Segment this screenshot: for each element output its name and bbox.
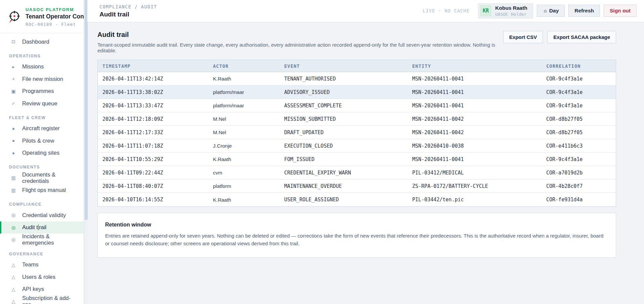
sidebar-item-operating-sites[interactable]: ● Operating sites bbox=[0, 147, 84, 159]
nav-section-compliance: COMPLIANCE bbox=[0, 201, 84, 208]
sidebar-item-label: Audit trail bbox=[22, 224, 46, 231]
col-header-timestamp: TIMESTAMP bbox=[98, 63, 208, 69]
table-row[interactable]: 2026-04-11T12:18:09Z M.Nel MISSION_SUBMI… bbox=[98, 112, 616, 126]
sidebar-item-credential-validity[interactable]: ◎ Credential validity bbox=[0, 209, 84, 221]
sidebar-item-label: Credential validity bbox=[22, 212, 66, 218]
sidebar-item-users-roles[interactable]: △ Users & roles bbox=[0, 271, 84, 283]
sidebar-item-label: Aircraft register bbox=[22, 125, 60, 132]
cell-timestamp: 2026-04-11T13:42:14Z bbox=[98, 76, 208, 82]
users-icon: △ bbox=[10, 274, 16, 280]
avatar: KR bbox=[480, 5, 491, 16]
sidebar-item-dashboard[interactable]: ⊡ Dashboard bbox=[0, 36, 84, 48]
cell-event: MISSION_SUBMITTED bbox=[280, 116, 407, 122]
check-icon: ✓ bbox=[10, 101, 16, 106]
sidebar-item-label: Incidents & emergencies bbox=[22, 233, 78, 246]
section-description: Tenant-scoped immutable audit trail. Eve… bbox=[97, 42, 503, 53]
table-row-highlighted[interactable]: 2026-04-11T13:38:02Z platform/maar ADVIS… bbox=[98, 86, 616, 99]
sidebar-item-programmes[interactable]: ▣ Programmes bbox=[0, 85, 84, 98]
brand-header: UASOC PLATFORM Tenant Operator Console R… bbox=[0, 0, 84, 33]
user-meta: Kobus Raath UASOC Holder bbox=[495, 5, 527, 16]
sidebar-item-label: Programmes bbox=[22, 88, 54, 94]
sidebar-item-flight-ops-manual[interactable]: ▥ Flight ops manual bbox=[0, 184, 84, 197]
api-keys-icon: △ bbox=[10, 287, 16, 292]
cell-event: TENANT_AUTHORISED bbox=[280, 76, 407, 82]
section-header-text: Audit trail Tenant-scoped immutable audi… bbox=[97, 31, 503, 53]
cell-correlation: COR-fe931d4a bbox=[542, 197, 616, 203]
sidebar-item-label: Dashboard bbox=[22, 39, 49, 45]
cell-event: EXECUTION_CLOSED bbox=[280, 143, 407, 149]
table-row[interactable]: 2026-04-11T13:42:14Z K.Raath TENANT_AUTH… bbox=[98, 72, 616, 86]
sidebar-scrollbar-track bbox=[84, 0, 87, 304]
sidebar-item-label: Review queue bbox=[22, 100, 57, 107]
sidebar-item-documents-credentials[interactable]: ▥ Documents & credentials bbox=[0, 172, 84, 184]
section-title: Audit trail bbox=[97, 31, 503, 39]
sidebar-item-file-new-mission[interactable]: + File new mission bbox=[0, 73, 84, 85]
table-row[interactable]: 2026-04-11T13:33:47Z platform/maar ASSES… bbox=[98, 99, 616, 112]
sidebar-item-teams[interactable]: △ Teams bbox=[0, 259, 84, 271]
table-header-row: TIMESTAMP ACTOR EVENT ENTITY CORRELATION bbox=[98, 60, 616, 72]
programmes-icon: ▣ bbox=[10, 89, 16, 94]
sidebar-item-api-keys[interactable]: △ API keys bbox=[0, 283, 84, 296]
table-row[interactable]: 2026-04-10T16:14:55Z K.Raath USER_ROLE_A… bbox=[98, 193, 616, 206]
sidebar-item-label: Flight ops manual bbox=[22, 187, 66, 193]
retention-body: Entries are retained append-only for sev… bbox=[105, 232, 608, 247]
cell-event: USER_ROLE_ASSIGNED bbox=[280, 197, 407, 203]
sidebar-item-pilots-crew[interactable]: ● Pilots & crew bbox=[0, 135, 84, 147]
table-row[interactable]: 2026-04-11T08:40:07Z platform MAINTENANC… bbox=[98, 180, 616, 193]
sun-icon: ☼ bbox=[543, 8, 548, 13]
table-row[interactable]: 2026-04-11T11:07:18Z J.Cronje EXECUTION_… bbox=[98, 139, 616, 153]
table-row[interactable]: 2026-04-11T12:17:33Z M.Nel DRAFT_UPDATED… bbox=[98, 126, 616, 139]
sidebar-item-missions[interactable]: ▸ Missions bbox=[0, 61, 84, 73]
sidebar-item-label: Users & roles bbox=[22, 274, 55, 280]
col-header-entity: ENTITY bbox=[407, 63, 542, 69]
sidebar-item-aircraft-register[interactable]: ● Aircraft register bbox=[0, 122, 84, 135]
nav-section-operations: OPERATIONS bbox=[0, 53, 84, 59]
sidebar-item-subscription-addons[interactable]: △ Subscription & add-ons bbox=[0, 295, 84, 304]
cell-event: FOM_ISSUED bbox=[280, 156, 407, 162]
sidebar-item-audit-trail[interactable]: ◎ Audit trail bbox=[0, 221, 84, 234]
cell-actor: platform/maar bbox=[208, 89, 280, 95]
cell-correlation: COR-9c4f3a1e bbox=[542, 103, 616, 109]
cell-actor: platform bbox=[208, 183, 280, 189]
manual-icon: ▥ bbox=[10, 188, 16, 193]
subscription-icon: △ bbox=[10, 299, 16, 304]
cell-correlation: COR-a7019d2b bbox=[542, 170, 616, 176]
cell-entity: PIL-03412/MEDICAL bbox=[407, 170, 542, 176]
cell-event: CREDENTIAL_EXPIRY_WARN bbox=[280, 170, 407, 176]
export-buttons: Export CSV Export SACAA package bbox=[503, 31, 616, 43]
section-header: Audit trail Tenant-scoped immutable audi… bbox=[97, 31, 616, 53]
sign-out-button[interactable]: Sign out bbox=[604, 5, 637, 17]
cell-entity: MSN-20260411-0041 bbox=[407, 76, 542, 82]
cell-timestamp: 2026-04-11T11:07:18Z bbox=[98, 143, 208, 149]
sidebar-item-incidents-emergencies[interactable]: ◎ Incidents & emergencies bbox=[0, 234, 84, 246]
cell-timestamp: 2026-04-11T13:33:47Z bbox=[98, 103, 208, 109]
main-area: COMPLIANCE / AUDIT Audit trail LIVE · NO… bbox=[87, 0, 644, 304]
cell-entity: ZS-RPA-0172/BATTERY-CYCLE bbox=[407, 183, 542, 189]
cell-timestamp: 2026-04-11T08:40:07Z bbox=[98, 183, 208, 189]
breadcrumb: COMPLIANCE / AUDIT bbox=[99, 4, 157, 9]
refresh-button[interactable]: Refresh bbox=[568, 5, 600, 17]
export-sacaa-button[interactable]: Export SACAA package bbox=[547, 31, 616, 43]
cell-event: DRAFT_UPDATED bbox=[280, 130, 407, 136]
sidebar-item-label: Documents & credentials bbox=[22, 171, 78, 184]
user-chip[interactable]: KR Kobus Raath UASOC Holder bbox=[478, 3, 533, 18]
table-row[interactable]: 2026-04-11T09:22:44Z cvm CREDENTIAL_EXPI… bbox=[98, 166, 616, 180]
day-mode-button[interactable]: ☼Day bbox=[537, 5, 565, 17]
table-row[interactable]: 2026-04-11T10:55:29Z K.Raath FOM_ISSUED … bbox=[98, 153, 616, 166]
cell-actor: J.Cronje bbox=[208, 143, 280, 149]
export-csv-button[interactable]: Export CSV bbox=[503, 31, 543, 43]
crosshair-logo-icon bbox=[7, 10, 21, 24]
sidebar-item-review-queue[interactable]: ✓ Review queue bbox=[0, 97, 84, 110]
top-bar: COMPLIANCE / AUDIT Audit trail LIVE · NO… bbox=[87, 0, 644, 22]
live-status-badge: LIVE · NO CACHE bbox=[423, 8, 470, 13]
cell-correlation: COR-9c4f3a1e bbox=[542, 76, 616, 82]
user-name: Kobus Raath bbox=[495, 5, 527, 11]
sidebar-nav: ⊡ Dashboard OPERATIONS ▸ Missions + File… bbox=[0, 33, 84, 304]
sidebar-item-label: API keys bbox=[22, 286, 44, 292]
audit-table: TIMESTAMP ACTOR EVENT ENTITY CORRELATION… bbox=[97, 60, 616, 207]
cell-entity: MSN-20260411-0041 bbox=[407, 156, 542, 162]
incidents-icon: ◎ bbox=[10, 237, 16, 242]
plus-icon: + bbox=[10, 76, 16, 82]
nav-section-fleet-crew: FLEET & CREW bbox=[0, 114, 84, 121]
retention-title: Retention window bbox=[105, 222, 608, 228]
